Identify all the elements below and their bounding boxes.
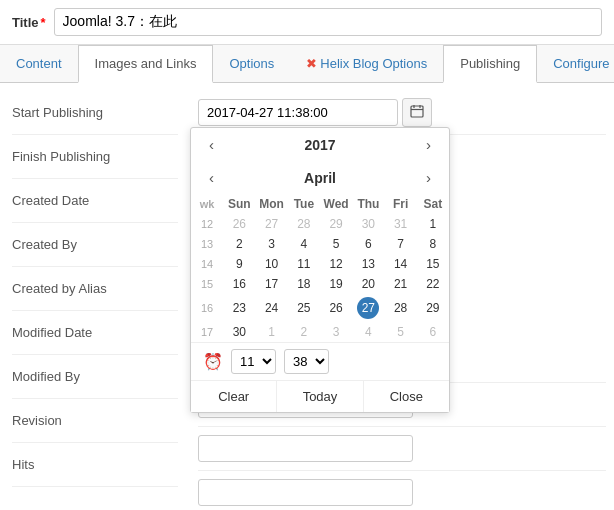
- calendar-day[interactable]: 14: [385, 254, 417, 274]
- calendar-header-row: wk Sun Mon Tue Wed Thu Fri Sat: [191, 194, 449, 214]
- calendar-icon: [410, 104, 424, 118]
- calendar-day[interactable]: 19: [320, 274, 352, 294]
- calendar-day[interactable]: 27: [256, 214, 288, 234]
- calendar-week-row: 149101112131415: [191, 254, 449, 274]
- calendar-day[interactable]: 11: [288, 254, 320, 274]
- created-by-alias-input[interactable]: [198, 479, 413, 506]
- label-revision: Revision: [12, 399, 178, 443]
- calendar-day[interactable]: 26: [223, 214, 255, 234]
- week-number: 17: [191, 322, 223, 342]
- start-publishing-input[interactable]: [198, 99, 398, 126]
- week-header: wk: [191, 194, 223, 214]
- hour-select[interactable]: 0001020304050607080910111213141516171819…: [231, 349, 276, 374]
- calendar-day[interactable]: 2: [223, 234, 255, 254]
- calendar-day[interactable]: 21: [385, 274, 417, 294]
- label-created-date: Created Date: [12, 179, 178, 223]
- tab-configure[interactable]: Configure E: [537, 45, 614, 82]
- calendar-day[interactable]: 31: [385, 214, 417, 234]
- next-year-button[interactable]: ›: [420, 134, 437, 155]
- calendar-day[interactable]: 25: [288, 294, 320, 322]
- calendar-year-nav: ‹ 2017 ›: [191, 128, 449, 161]
- calendar-day[interactable]: 23: [223, 294, 255, 322]
- created-by-input[interactable]: [198, 435, 413, 462]
- calendar-day[interactable]: 6: [352, 234, 384, 254]
- calendar-day[interactable]: 13: [352, 254, 384, 274]
- calendar-day[interactable]: 16: [223, 274, 255, 294]
- calendar-day[interactable]: 12: [320, 254, 352, 274]
- calendar-day[interactable]: 20: [352, 274, 384, 294]
- created-by-alias-row: [198, 471, 606, 510]
- tab-helix-blog[interactable]: ✖Helix Blog Options: [290, 45, 443, 82]
- calendar-week-row: 122627282930311: [191, 214, 449, 234]
- calendar-month-nav: ‹ April ›: [191, 161, 449, 194]
- title-required: *: [41, 15, 46, 30]
- close-button[interactable]: Close: [364, 381, 449, 412]
- calendar-day[interactable]: 7: [385, 234, 417, 254]
- label-finish-publishing: Finish Publishing: [12, 135, 178, 179]
- week-number: 13: [191, 234, 223, 254]
- calendar-day[interactable]: 5: [385, 322, 417, 342]
- calendar-day[interactable]: 15: [417, 254, 449, 274]
- tabs-bar: Content Images and Links Options ✖Helix …: [0, 45, 614, 83]
- calendar-day[interactable]: 29: [417, 294, 449, 322]
- calendar-day[interactable]: 3: [320, 322, 352, 342]
- fields-labels: Start Publishing Finish Publishing Creat…: [0, 83, 190, 510]
- calendar-day[interactable]: 1: [417, 214, 449, 234]
- calendar-day[interactable]: 30: [352, 214, 384, 234]
- calendar-day[interactable]: 29: [320, 214, 352, 234]
- calendar-day[interactable]: 28: [385, 294, 417, 322]
- calendar-week-row: 1730123456: [191, 322, 449, 342]
- created-by-row: [198, 427, 606, 471]
- calendar-day[interactable]: 4: [352, 322, 384, 342]
- calendar-day[interactable]: 27: [352, 294, 384, 322]
- calendar-day[interactable]: 6: [417, 322, 449, 342]
- title-row: Title*: [0, 0, 614, 45]
- label-hits: Hits: [12, 443, 178, 487]
- calendar-day[interactable]: 3: [256, 234, 288, 254]
- week-number: 15: [191, 274, 223, 294]
- calendar-day[interactable]: 28: [288, 214, 320, 234]
- calendar-day[interactable]: 22: [417, 274, 449, 294]
- sat-header: Sat: [417, 194, 449, 214]
- label-created-by-alias: Created by Alias: [12, 267, 178, 311]
- svg-rect-0: [411, 106, 423, 117]
- label-created-by: Created By: [12, 223, 178, 267]
- calendar-day[interactable]: 9: [223, 254, 255, 274]
- tab-content[interactable]: Content: [0, 45, 78, 82]
- calendar-popup: ‹ 2017 › ‹ April › wk Sun Mon Tue Wed: [190, 127, 450, 413]
- title-input[interactable]: [54, 8, 602, 36]
- fields-inputs: ‹ 2017 › ‹ April › wk Sun Mon Tue Wed: [190, 83, 614, 510]
- prev-year-button[interactable]: ‹: [203, 134, 220, 155]
- clear-button[interactable]: Clear: [191, 381, 277, 412]
- tab-images-links[interactable]: Images and Links: [78, 45, 214, 83]
- tue-header: Tue: [288, 194, 320, 214]
- label-modified-by: Modified By: [12, 355, 178, 399]
- tab-options[interactable]: Options: [213, 45, 290, 82]
- calendar-day[interactable]: 24: [256, 294, 288, 322]
- calendar-week-row: 1623242526272829: [191, 294, 449, 322]
- calendar-day[interactable]: 1: [256, 322, 288, 342]
- label-modified-date: Modified Date: [12, 311, 178, 355]
- next-month-button[interactable]: ›: [420, 167, 437, 188]
- minute-select[interactable]: 00051015202530353840455055: [284, 349, 329, 374]
- calendar-day[interactable]: 5: [320, 234, 352, 254]
- sun-header: Sun: [223, 194, 255, 214]
- calendar-day[interactable]: 8: [417, 234, 449, 254]
- prev-month-button[interactable]: ‹: [203, 167, 220, 188]
- calendar-day[interactable]: 2: [288, 322, 320, 342]
- today-button[interactable]: Today: [277, 381, 363, 412]
- mon-header: Mon: [256, 194, 288, 214]
- calendar-day[interactable]: 26: [320, 294, 352, 322]
- start-publishing-wrap: [198, 98, 432, 127]
- calendar-day[interactable]: 18: [288, 274, 320, 294]
- clock-icon: ⏰: [203, 352, 223, 371]
- calendar-toggle-button[interactable]: [402, 98, 432, 127]
- calendar-month: April: [304, 170, 336, 186]
- calendar-day[interactable]: 4: [288, 234, 320, 254]
- title-label: Title*: [12, 15, 46, 30]
- calendar-day[interactable]: 17: [256, 274, 288, 294]
- calendar-day[interactable]: 10: [256, 254, 288, 274]
- helix-icon: ✖: [306, 56, 317, 71]
- tab-publishing[interactable]: Publishing: [443, 45, 537, 83]
- calendar-day[interactable]: 30: [223, 322, 255, 342]
